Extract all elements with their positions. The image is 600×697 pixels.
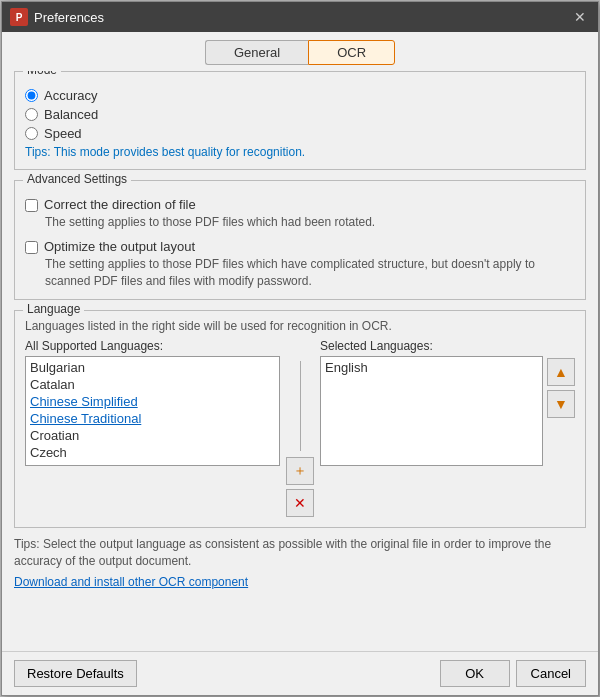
list-item[interactable]: Bulgarian: [26, 359, 279, 376]
mode-accuracy-item: Accuracy: [25, 88, 575, 103]
move-up-button[interactable]: ▲: [547, 358, 575, 386]
mode-tips: Tips: This mode provides best quality fo…: [25, 145, 575, 159]
cancel-button[interactable]: Cancel: [516, 660, 586, 687]
optimize-layout-row: Optimize the output layout: [25, 239, 575, 254]
mode-radio-group: Accuracy Balanced Speed: [25, 88, 575, 141]
correct-direction-desc: The setting applies to those PDF files w…: [45, 214, 575, 231]
tab-general[interactable]: General: [205, 40, 308, 65]
selected-languages-label: Selected Languages:: [320, 339, 575, 353]
download-link[interactable]: Download and install other OCR component: [14, 575, 248, 589]
correct-direction-label[interactable]: Correct the direction of file: [44, 197, 196, 212]
preferences-window: P Preferences ✕ General OCR Mode Accurac…: [1, 1, 599, 696]
list-item[interactable]: Chinese Traditional: [26, 410, 279, 427]
optimize-layout-desc: The setting applies to those PDF files w…: [45, 256, 575, 290]
optimize-layout-checkbox[interactable]: [25, 241, 38, 254]
language-section: Language Languages listed in the right s…: [14, 310, 586, 528]
titlebar: P Preferences ✕: [2, 2, 598, 32]
list-item[interactable]: English: [321, 359, 542, 376]
all-languages-label: All Supported Languages:: [25, 339, 280, 353]
optimize-layout-label[interactable]: Optimize the output layout: [44, 239, 195, 254]
close-button[interactable]: ✕: [570, 7, 590, 27]
tab-ocr[interactable]: OCR: [308, 40, 395, 65]
list-item[interactable]: Chinese Simplified: [26, 393, 279, 410]
mode-accuracy-label[interactable]: Accuracy: [44, 88, 97, 103]
content-area: Mode Accuracy Balanced Speed Tips: This …: [2, 71, 598, 651]
svg-text:P: P: [16, 12, 23, 23]
list-item[interactable]: Croatian: [26, 427, 279, 444]
mode-accuracy-radio[interactable]: [25, 89, 38, 102]
tabs-bar: General OCR: [2, 32, 598, 71]
selected-languages-listbox[interactable]: English: [320, 356, 543, 466]
advanced-section: Advanced Settings Correct the direction …: [14, 180, 586, 300]
restore-defaults-button[interactable]: Restore Defaults: [14, 660, 137, 687]
correct-direction-checkbox[interactable]: [25, 199, 38, 212]
language-desc: Languages listed in the right side will …: [25, 319, 575, 333]
all-languages-listbox[interactable]: Bulgarian Catalan Chinese Simplified Chi…: [25, 356, 280, 466]
mode-balanced-radio[interactable]: [25, 108, 38, 121]
app-icon: P: [10, 8, 28, 26]
mode-balanced-label[interactable]: Balanced: [44, 107, 98, 122]
window-title: Preferences: [34, 10, 570, 25]
advanced-section-title: Advanced Settings: [23, 172, 131, 186]
remove-language-button[interactable]: ✕: [286, 489, 314, 517]
footer-left: Restore Defaults: [14, 660, 434, 687]
list-item[interactable]: Catalan: [26, 376, 279, 393]
footer: Restore Defaults OK Cancel: [2, 651, 598, 695]
mode-speed-label[interactable]: Speed: [44, 126, 82, 141]
mode-section-title: Mode: [23, 71, 61, 77]
add-language-button[interactable]: ＋: [286, 457, 314, 485]
mode-balanced-item: Balanced: [25, 107, 575, 122]
move-down-button[interactable]: ▼: [547, 390, 575, 418]
mode-speed-item: Speed: [25, 126, 575, 141]
mode-speed-radio[interactable]: [25, 127, 38, 140]
ok-button[interactable]: OK: [440, 660, 510, 687]
language-section-title: Language: [23, 302, 84, 316]
tips-bottom: Tips: Select the output language as cons…: [14, 536, 586, 570]
mode-section: Mode Accuracy Balanced Speed Tips: This …: [14, 71, 586, 170]
all-languages-block: All Supported Languages: Bulgarian Catal…: [25, 339, 280, 466]
selected-languages-block: Selected Languages: English ▲ ▼: [320, 339, 575, 466]
list-item[interactable]: Czech: [26, 444, 279, 461]
language-columns: All Supported Languages: Bulgarian Catal…: [25, 339, 575, 517]
correct-direction-row: Correct the direction of file: [25, 197, 575, 212]
list-item[interactable]: Dutch: [26, 461, 279, 466]
